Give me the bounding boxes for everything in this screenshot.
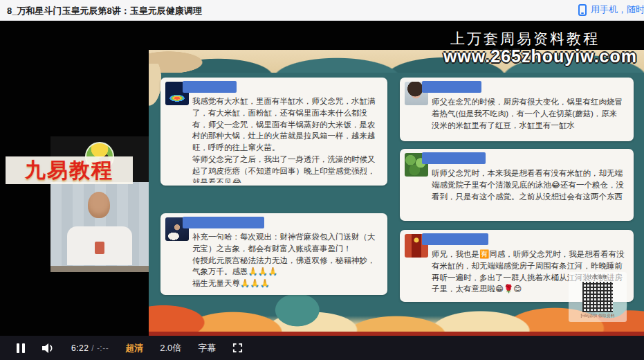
watch-on-mobile-link[interactable]: 用手机，随时看: [578, 3, 644, 16]
redacted-username: [183, 217, 264, 228]
chat-message: 补充一句哈：每次观出：财神背麻袋包入门送财（大元宝）之吉象，都会有财富入账或喜事…: [192, 231, 378, 292]
qr-label-bottom: 扫码添加 领取资料: [569, 313, 627, 319]
qr-watermark: 小玄助理 扫码添加 领取资料: [569, 272, 627, 322]
promo-text: 上万套周易资料教程: [450, 29, 600, 48]
shirt-logo: [95, 242, 104, 254]
time-separator: /: [89, 343, 97, 353]
chat-card: 补充一句哈：每次观出：财神背麻袋包入门送财（大元宝）之吉象，都会有财富入账或喜事…: [160, 213, 387, 295]
current-time: 6:22: [71, 343, 89, 353]
chat-message-paragraph: 传授此元辰宫秘法法力无边，佛道双修，秘籍神妙，气象万千。感恩🙏🙏🙏: [192, 255, 378, 278]
desk-edge: [50, 266, 149, 272]
promo-url-text: www.265zhouyiw.com: [443, 46, 637, 66]
phone-icon: [578, 4, 587, 16]
time-display: 6:22 / -:--: [71, 343, 109, 353]
presenter-head: [88, 192, 110, 218]
brand-watermark-banner: 九易教程: [6, 156, 133, 184]
header-bar: 8_万和星斗门玉皇元辰第8讲：玉皇元辰健康调理 用手机，随时看: [0, 0, 644, 21]
player-control-bar: 6:22 / -:-- 超清 2.0倍 字幕: [0, 336, 644, 360]
redacted-username: [422, 152, 486, 164]
redacted-username: [422, 233, 488, 245]
chat-message-paragraph: 听师父念咒时，本来我是想看看有没有米缸的，却无端端感觉院子里有个清澈见底的泳池😂…: [432, 168, 625, 202]
redacted-username: [422, 81, 481, 93]
quality-selector[interactable]: 超清: [125, 342, 143, 354]
volume-icon: [42, 343, 55, 354]
chat-message-paragraph: 师父在念咒的时候，厨房有很大变化，锅里有红肉烧冒着热气(但是我不吃肉)，有一个人…: [432, 96, 625, 131]
redacted-username: [183, 81, 237, 93]
presenter-webcam: [50, 182, 149, 272]
page-title: 8_万和星斗门玉皇元辰第8讲：玉皇元辰健康调理: [7, 5, 202, 17]
pause-icon: [17, 343, 25, 353]
duration: -:--: [97, 343, 109, 353]
slide-background: 我感觉有大水缸，里面有半缸水，师父念咒，水缸满了，有大米缸，面粉缸，还有锅里面本…: [149, 50, 644, 336]
qr-label-top: 小玄助理: [569, 273, 627, 280]
chat-message: 听师父念咒时，本来我是想看看有没有米缸的，却无端端感觉院子里有个清澈见底的泳池😂…: [432, 168, 625, 218]
pause-button[interactable]: [17, 343, 25, 353]
presenter-body: [67, 226, 132, 265]
subtitles-button[interactable]: 字幕: [198, 342, 216, 354]
chat-message-paragraph: 补充一句哈：每次观出：财神背麻袋包入门送财（大元宝）之吉象，都会有财富入账或喜事…: [192, 231, 378, 255]
chat-message: 师父在念咒的时候，厨房有很大变化，锅里有红肉烧冒着热气(但是我不吃肉)，有一个人…: [432, 96, 625, 138]
fullscreen-icon: [232, 343, 243, 353]
chat-message: 我感觉有大水缸，里面有半缸水，师父念咒，水缸满了，有大米缸，面粉缸，还有锅里面本…: [192, 96, 378, 183]
chat-message-paragraph: 福生无量天尊🙏🙏🙏: [192, 278, 378, 289]
chat-card: 师父在念咒的时候，厨房有很大变化，锅里有红肉烧冒着热气(但是我不吃肉)，有一个人…: [400, 78, 634, 141]
chat-card: 听师父念咒时，本来我是想看看有没有米缸的，却无端端感觉院子里有个清澈见底的泳池😂…: [400, 149, 634, 221]
chat-message-paragraph: 我感觉有大水缸，里面有半缸水，师父念咒，水缸满了，有大米缸，面粉缸，还有锅里面本…: [192, 96, 378, 154]
mobile-link-label: 用手机，随时看: [591, 3, 644, 16]
playback-speed-selector[interactable]: 2.0倍: [160, 342, 181, 354]
fullscreen-button[interactable]: [232, 343, 243, 353]
volume-button[interactable]: [42, 343, 55, 354]
video-surface[interactable]: 我感觉有大水缸，里面有半缸水，师父念咒，水缸满了，有大米缸，面粉缸，还有锅里面本…: [0, 21, 644, 336]
chat-card: 我感觉有大水缸，里面有半缸水，师父念咒，水缸满了，有大米缸，面粉缸，还有锅里面本…: [160, 78, 387, 186]
chat-message-paragraph: 等师父念完了之后，我出了一身透汗，洗澡的时候又起了鸡皮疙瘩（不知道咋回事）晚上印…: [192, 154, 378, 183]
qr-code: [582, 282, 613, 312]
video-page: 8_万和星斗门玉皇元辰第8讲：玉皇元辰健康调理 用手机，随时看 我感觉有大水缸，…: [0, 0, 644, 360]
